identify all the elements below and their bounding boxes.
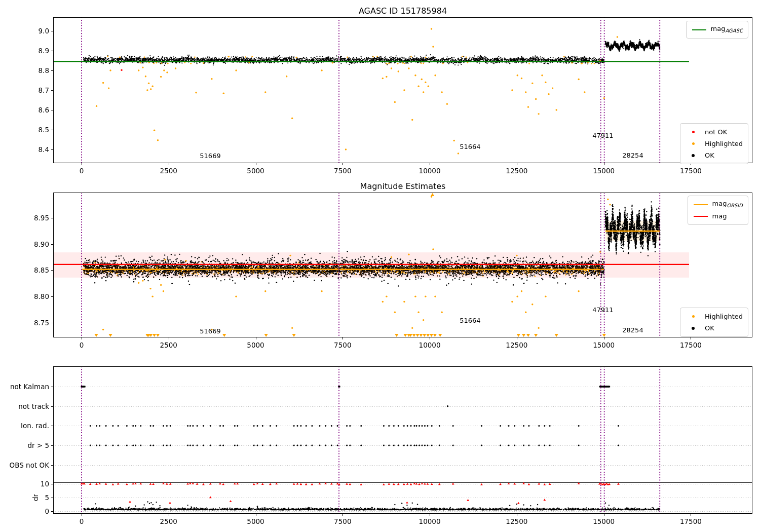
x-tick-label: 10000 xyxy=(419,167,441,175)
x-tick-label: 12500 xyxy=(506,167,527,175)
x-tick-label: 15000 xyxy=(593,517,615,525)
obsid-annotation: 28254 xyxy=(622,151,643,159)
category-label: Ion. rad. xyxy=(21,422,49,430)
x-tick-label: 7500 xyxy=(334,167,351,175)
x-tick-label: 0 xyxy=(80,167,84,175)
legend-item-mag-agasc: magAGASC xyxy=(692,24,743,35)
x-tick-label: 12500 xyxy=(506,517,527,525)
dr-tick-label: 0 xyxy=(45,507,49,515)
legend-item-highlighted: Highlighted xyxy=(686,311,743,322)
figure: AGASC ID 151785984 Magnitude Estimates m… xyxy=(0,0,760,532)
y-tick-label: 8.4 xyxy=(39,145,49,154)
y-tick-label: 8.5 xyxy=(39,126,49,134)
y-tick-label: 8.75 xyxy=(34,319,49,327)
category-label: dr > 5 xyxy=(27,441,49,449)
category-label: not track xyxy=(18,402,49,410)
orange-dot-swatch xyxy=(686,142,701,145)
plot1-line-legend: magAGASC xyxy=(686,21,748,39)
y-tick-label: 8.80 xyxy=(34,292,49,300)
y-tick-label: 8.85 xyxy=(34,266,49,274)
red-line-swatch xyxy=(693,216,708,217)
x-tick-label: 17500 xyxy=(680,167,702,175)
x-tick-label: 0 xyxy=(80,341,84,349)
obsid-annotation: 51664 xyxy=(460,316,480,324)
orange-dot-swatch xyxy=(686,315,701,318)
y-tick-label: 8.95 xyxy=(34,214,49,222)
obsid-annotation: 28254 xyxy=(622,326,643,334)
x-tick-label: 17500 xyxy=(680,341,702,349)
plot2-line-legend: magOBSID mag xyxy=(688,196,748,225)
x-tick-label: 7500 xyxy=(334,517,351,525)
dr-axis-label: dr xyxy=(31,494,40,501)
legend-item-mag: mag xyxy=(693,210,743,222)
x-tick-label: 10000 xyxy=(419,517,441,525)
obsid-annotation: 47911 xyxy=(592,131,613,139)
legend-item-highlighted: Highlighted xyxy=(686,138,743,149)
legend-item-not-ok: not OK xyxy=(686,126,743,138)
black-dot-swatch xyxy=(686,154,701,157)
y-tick-label: 8.9 xyxy=(39,47,49,55)
y-tick-label: 8.6 xyxy=(39,106,49,114)
legend-item-ok: OK xyxy=(686,322,743,334)
legend-item-mag-obsid: magOBSID xyxy=(693,199,743,210)
x-tick-label: 2500 xyxy=(160,341,177,349)
y-tick-label: 9.0 xyxy=(39,27,49,35)
y-tick-label: 8.8 xyxy=(39,66,49,74)
x-tick-label: 2500 xyxy=(160,167,177,175)
x-tick-label: 7500 xyxy=(334,341,351,349)
dr-tick-label: 5 xyxy=(45,493,49,502)
plot1-title: AGASC ID 151785984 xyxy=(359,6,447,16)
dr-tick-label: 10 xyxy=(41,480,49,488)
x-tick-label: 15000 xyxy=(593,167,615,175)
black-dot-swatch xyxy=(686,327,701,330)
x-tick-label: 12500 xyxy=(506,341,527,349)
obsid-annotation: 51664 xyxy=(460,143,480,150)
orange-line-swatch xyxy=(693,204,708,205)
y-tick-label: 8.7 xyxy=(39,86,49,94)
category-label: OBS not OK xyxy=(10,461,49,469)
obsid-annotation: 51669 xyxy=(200,152,220,160)
x-tick-label: 5000 xyxy=(247,517,264,525)
green-line-swatch xyxy=(692,29,707,30)
legend-item-ok: OK xyxy=(686,149,743,161)
y-tick-label: 8.90 xyxy=(34,240,49,248)
plots-canvas xyxy=(0,0,760,532)
obsid-annotation: 51669 xyxy=(200,327,220,334)
plot2-marker-legend: Highlighted OK xyxy=(680,308,748,337)
plot2-title: Magnitude Estimates xyxy=(360,181,446,191)
legend-label: magAGASC xyxy=(711,23,743,36)
red-dot-swatch xyxy=(686,131,701,133)
x-tick-label: 17500 xyxy=(680,517,702,525)
x-tick-label: 10000 xyxy=(419,341,441,349)
x-tick-label: 0 xyxy=(80,517,84,525)
x-tick-label: 2500 xyxy=(160,517,177,525)
category-label: not Kalman xyxy=(10,383,49,391)
plot1-marker-legend: not OK Highlighted OK xyxy=(680,123,748,164)
obsid-annotation: 47911 xyxy=(592,306,613,314)
x-tick-label: 5000 xyxy=(247,341,264,349)
x-tick-label: 5000 xyxy=(247,167,264,175)
x-tick-label: 15000 xyxy=(593,341,615,349)
